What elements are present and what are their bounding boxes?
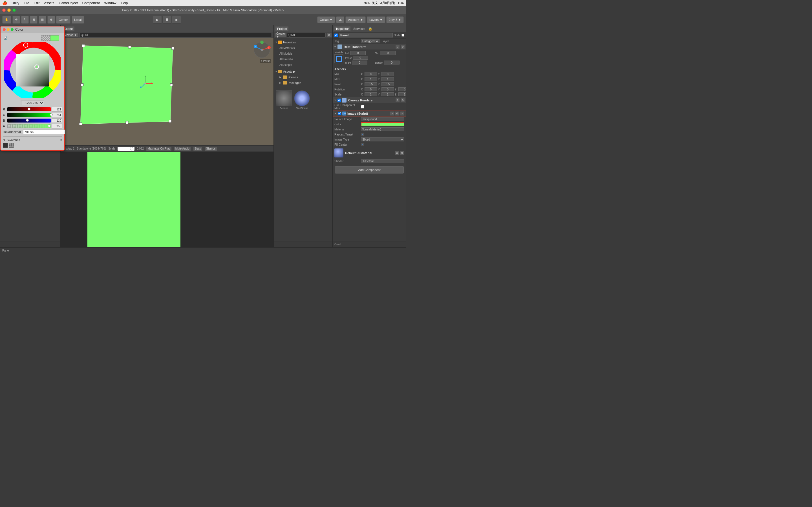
color-swatch-field[interactable] <box>361 122 404 126</box>
handle-br[interactable] <box>169 120 172 123</box>
swatches-arrow[interactable]: ▼ <box>3 138 6 142</box>
fill-center-checkbox[interactable] <box>361 143 364 146</box>
play-button[interactable]: ▶ <box>153 16 162 24</box>
pivot-x[interactable] <box>364 82 377 86</box>
rect-info-btn[interactable]: ? <box>395 45 400 49</box>
object-name-input[interactable] <box>339 33 393 38</box>
menu-file[interactable]: File <box>24 1 29 5</box>
all-prefabs[interactable]: All Prefabs <box>274 56 333 62</box>
swatches-add[interactable]: + <box>58 138 60 142</box>
handle-tc[interactable] <box>128 46 131 48</box>
close-button[interactable] <box>2 8 6 12</box>
color-wheel-svg[interactable] <box>4 42 61 98</box>
favorites-root[interactable]: ▼ Favorites <box>274 40 333 45</box>
swatches-menu[interactable]: ≡ <box>60 138 62 142</box>
posz-input[interactable] <box>353 56 368 60</box>
canvas-settings-btn[interactable]: ⚙ <box>400 98 405 103</box>
material-select-btn[interactable]: ◉ <box>395 151 399 155</box>
anchor-max-x[interactable] <box>364 77 377 81</box>
all-scripts[interactable]: All Scripts <box>274 62 333 68</box>
combined-tool[interactable]: ⊕ <box>47 16 55 24</box>
cp-close[interactable] <box>3 28 6 31</box>
packages-folder[interactable]: ▶ Packages <box>274 80 333 86</box>
top-input[interactable] <box>380 51 396 55</box>
menu-assets[interactable]: Assets <box>44 1 54 5</box>
cloud-button[interactable]: ☁ <box>336 16 344 23</box>
left-input[interactable] <box>350 51 366 55</box>
apple-menu[interactable]: 🍎 <box>2 1 7 5</box>
anchor-max-y[interactable] <box>382 77 394 81</box>
hand-tool[interactable]: ✋ <box>2 16 11 24</box>
scale-slider[interactable] <box>117 147 135 151</box>
rotate-tool[interactable]: ↻ <box>21 16 29 24</box>
a-slider[interactable] <box>7 124 51 128</box>
step-button[interactable]: ⏭ <box>172 16 181 24</box>
image-script-header[interactable]: ▼ CS Image (Script) ? ⚙ ≡ <box>333 110 406 117</box>
original-color-swatch[interactable] <box>41 35 50 41</box>
color-mode-select[interactable]: RGB 0-255 <box>21 101 44 105</box>
anchor-preset-btn[interactable] <box>335 54 343 63</box>
menu-help[interactable]: Help <box>121 1 128 5</box>
rot-y[interactable] <box>382 87 394 91</box>
handle-ml[interactable] <box>80 83 84 86</box>
anchor-min-y[interactable] <box>382 72 394 76</box>
menu-window[interactable]: Window <box>104 1 116 5</box>
handle-tr[interactable] <box>171 47 174 50</box>
handle-bl[interactable] <box>79 122 82 126</box>
material-settings-btn[interactable]: ⚙ <box>400 151 404 155</box>
image-settings-btn[interactable]: ⚙ <box>395 111 400 116</box>
scenes-preview[interactable]: Scenes <box>276 91 292 110</box>
scale-z[interactable] <box>398 93 406 96</box>
inspector-lock[interactable]: 🔒 <box>368 26 372 31</box>
maximize-on-play[interactable]: Maximize On Play <box>146 147 172 151</box>
pivot-y[interactable] <box>382 82 394 86</box>
maximize-button[interactable] <box>12 8 16 12</box>
collab-button[interactable]: Collab ▼ <box>317 16 335 23</box>
scenes-folder[interactable]: ▶ Scenes <box>274 74 333 80</box>
color-wheel-wrapper[interactable] <box>4 42 61 98</box>
swatch-medium[interactable] <box>9 143 14 148</box>
image-script-enabled[interactable] <box>338 112 341 115</box>
project-search[interactable] <box>287 33 326 38</box>
raycast-checkbox[interactable] <box>361 133 364 136</box>
static-toggle[interactable] <box>402 34 404 37</box>
image-info-btn[interactable]: ? <box>390 111 395 116</box>
inspector-tab[interactable]: Inspector <box>335 26 350 31</box>
project-tab[interactable]: Project <box>275 26 289 31</box>
handle-bc[interactable] <box>125 121 128 124</box>
all-materials[interactable]: All Materials <box>274 45 333 51</box>
right-input[interactable] <box>352 61 367 64</box>
all-models[interactable]: All Models <box>274 51 333 56</box>
gizmos-bottom-btn[interactable]: Gizmos <box>205 147 217 151</box>
pause-button[interactable]: ⏸ <box>162 16 171 24</box>
project-sort-btn[interactable]: ⚙ <box>326 33 332 38</box>
g-value-input[interactable] <box>52 113 62 117</box>
canvas-renderer-enabled[interactable] <box>338 99 341 102</box>
cp-min[interactable] <box>7 28 10 31</box>
image-type-select[interactable]: Sliced <box>361 137 404 142</box>
layout-dropdown[interactable]: 2 by 3 ▼ <box>386 16 404 23</box>
rect-settings-btn[interactable]: ⚙ <box>400 45 405 49</box>
material-field[interactable]: None (Material) <box>361 127 404 131</box>
minimize-button[interactable] <box>7 8 11 12</box>
startscene-preview[interactable]: StartScene <box>294 91 310 110</box>
scale-x[interactable] <box>364 93 377 96</box>
stats-btn[interactable]: Stats <box>193 147 202 151</box>
rect-tool[interactable]: ⊡ <box>39 16 46 24</box>
account-dropdown[interactable]: Account ▼ <box>345 16 366 23</box>
handle-tl[interactable] <box>82 44 85 47</box>
swatch-dark[interactable] <box>3 143 8 148</box>
cull-checkbox[interactable] <box>361 105 364 108</box>
menu-unity[interactable]: Unity <box>11 1 19 5</box>
rot-z[interactable] <box>398 87 406 91</box>
cp-max[interactable] <box>11 28 13 31</box>
move-tool[interactable]: ✛ <box>12 16 20 24</box>
center-toggle[interactable]: Center <box>56 16 70 24</box>
scale-tool[interactable]: ⊞ <box>30 16 38 24</box>
hex-input[interactable] <box>23 129 65 134</box>
image-extra-btn[interactable]: ≡ <box>400 111 405 116</box>
current-color-swatch[interactable] <box>50 35 59 41</box>
layers-dropdown[interactable]: Layers ▼ <box>367 16 385 23</box>
handle-mr[interactable] <box>170 83 173 86</box>
scale-y[interactable] <box>382 93 394 96</box>
